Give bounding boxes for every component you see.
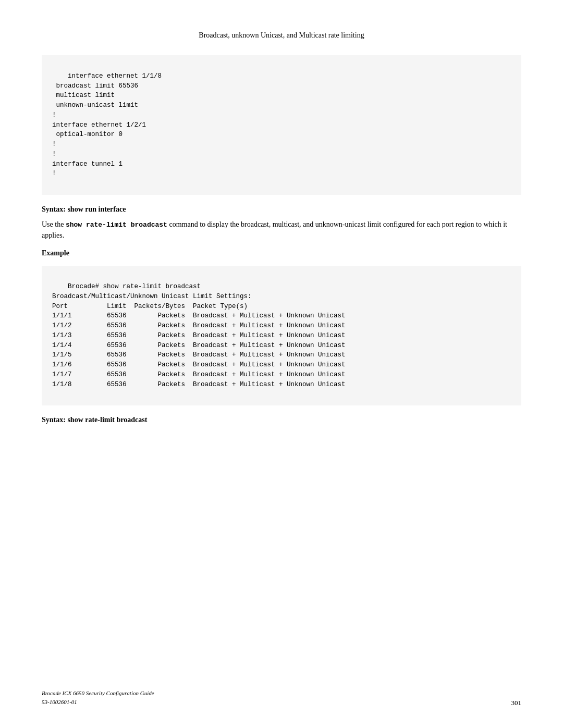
code-block-example-content: Brocade# show rate-limit broadcast Broad… <box>52 283 346 388</box>
page-header: Broadcast, unknown Unicast, and Multicas… <box>42 31 521 40</box>
page-footer: Brocade ICX 6650 Security Configuration … <box>42 689 521 707</box>
footer-page-number: 301 <box>511 699 522 707</box>
body-paragraph: Use the show rate-limit broadcast comman… <box>42 219 521 241</box>
syntax-2-heading: Syntax: show rate-limit broadcast <box>42 416 521 424</box>
footer-doc-title: Brocade ICX 6650 Security Configuration … <box>42 689 154 698</box>
code-block-interface-content: interface ethernet 1/1/8 broadcast limit… <box>52 72 162 178</box>
body-text-before: Use the <box>42 220 66 228</box>
page: Broadcast, unknown Unicast, and Multicas… <box>0 0 563 728</box>
syntax-1-label: Syntax: show run interface <box>42 205 126 213</box>
footer-doc-number: 53-1002601-01 <box>42 698 154 707</box>
example-label: Example <box>42 249 521 257</box>
example-label-text: Example <box>42 249 69 257</box>
syntax-2-label: Syntax: show rate-limit broadcast <box>42 416 147 424</box>
body-bold-command: show rate-limit broadcast <box>66 221 167 229</box>
footer-left: Brocade ICX 6650 Security Configuration … <box>42 689 154 707</box>
code-block-example: Brocade# show rate-limit broadcast Broad… <box>42 266 521 405</box>
code-block-interface: interface ethernet 1/1/8 broadcast limit… <box>42 55 521 195</box>
syntax-1-heading: Syntax: show run interface <box>42 205 521 214</box>
page-header-title: Broadcast, unknown Unicast, and Multicas… <box>199 31 364 39</box>
